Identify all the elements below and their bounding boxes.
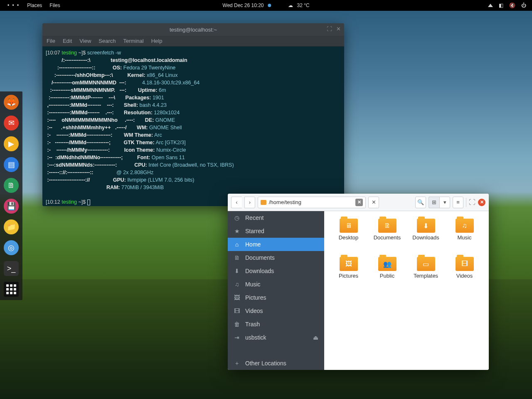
- folder-desktop[interactable]: 🖥Desktop: [330, 219, 367, 254]
- clear-path-icon[interactable]: ✕: [355, 199, 363, 206]
- dock-app-firefox[interactable]: 🦊: [4, 95, 19, 110]
- folder-templates[interactable]: ▭Templates: [407, 257, 444, 292]
- search-button[interactable]: 🔍: [415, 197, 426, 208]
- folder-documents[interactable]: 🗎Documents: [369, 219, 406, 254]
- folder-icon: 👥: [378, 257, 397, 271]
- eject-icon[interactable]: ⏏: [313, 334, 318, 341]
- fm-icon-view[interactable]: 🖥Desktop🗎Documents⬇Downloads♫Music🖼Pictu…: [324, 211, 489, 370]
- dock-app-save[interactable]: 💾: [4, 199, 19, 214]
- path-close-button[interactable]: ✕: [368, 197, 379, 208]
- other locations-icon: +: [234, 360, 240, 367]
- sidebar-item-pictures[interactable]: 🖼Pictures: [228, 291, 324, 304]
- music-icon: ♫: [234, 281, 240, 288]
- sidebar-item-label: Home: [245, 241, 261, 248]
- term-menu-edit[interactable]: Edit: [63, 38, 72, 44]
- sidebar-item-label: Recent: [245, 214, 264, 221]
- home-icon: ⌂: [234, 241, 240, 248]
- term-menu-view[interactable]: View: [79, 38, 91, 44]
- term-menu-help[interactable]: Help: [151, 38, 163, 44]
- dock-app-text-editor[interactable]: ▤: [4, 157, 19, 172]
- sidebar-item-usbstick[interactable]: ⇥usbstick⏏: [228, 331, 324, 344]
- sidebar-item-label: Pictures: [245, 294, 266, 301]
- terminal-titlebar[interactable]: testing@localhost:~ ⛶ ✕: [42, 23, 344, 36]
- eject-icon[interactable]: [488, 4, 493, 7]
- window-title: testing@localhost:~: [170, 27, 217, 33]
- sidebar-item-starred[interactable]: ★Starred: [228, 224, 324, 238]
- folder-label: Downloads: [412, 234, 439, 241]
- dock-app-screenshot[interactable]: ◎: [4, 240, 19, 255]
- close-icon[interactable]: ✕: [336, 26, 341, 32]
- folder-videos[interactable]: 🎞Videos: [446, 257, 483, 292]
- sidebar-item-label: Videos: [245, 308, 263, 314]
- sidebar-item-trash[interactable]: 🗑Trash: [228, 318, 324, 331]
- dock-app-media[interactable]: ▶: [4, 136, 19, 151]
- term-menu-terminal[interactable]: Terminal: [123, 38, 144, 44]
- folder-icon: ▭: [417, 257, 435, 271]
- sidebar-item-label: Trash: [245, 321, 260, 328]
- folder-label: Videos: [456, 273, 473, 279]
- hamburger-menu-button[interactable]: ≡: [453, 197, 463, 208]
- folder-downloads[interactable]: ⬇Downloads: [407, 219, 444, 254]
- sidebar-item-label: Documents: [245, 254, 275, 261]
- sidebar-item-label: usbstick: [245, 334, 266, 341]
- files-menu[interactable]: Files: [49, 2, 60, 8]
- documents-icon: 🗎: [234, 254, 240, 261]
- sidebar-item-home[interactable]: ⌂Home: [228, 238, 324, 251]
- folder-label: Templates: [414, 273, 438, 279]
- clock[interactable]: Wed Dec 26 10:20: [222, 2, 264, 8]
- folder-public[interactable]: 👥Public: [369, 257, 406, 292]
- file-manager-window: ‹ › /home/testing ✕ ✕ 🔍 ⊞ ▾ ≡ ⛶ ✕ ◷Recen…: [228, 194, 489, 370]
- folder-music[interactable]: ♫Music: [446, 219, 483, 254]
- maximize-icon[interactable]: ⛶: [469, 199, 475, 206]
- sidebar-item-label: Downloads: [245, 268, 274, 274]
- view-options-button[interactable]: ▾: [439, 197, 450, 208]
- dock-app-document[interactable]: 🗎: [4, 178, 19, 193]
- sidebar-item-documents[interactable]: 🗎Documents: [228, 251, 324, 264]
- path-text: /home/testing: [269, 199, 353, 205]
- sidebar-item-label: Other Locations: [245, 360, 286, 367]
- term-menu-file[interactable]: File: [47, 38, 55, 44]
- weather-icon: ☁: [288, 2, 293, 8]
- volume-mute-icon[interactable]: 🔇: [509, 2, 515, 8]
- dock-app-terminal[interactable]: >_: [4, 261, 19, 276]
- top-panel: • • • Places Files Wed Dec 26 10:20 ☁ 32…: [0, 0, 532, 11]
- icon-view-button[interactable]: ⊞: [429, 197, 439, 208]
- activities-button[interactable]: • • •: [7, 2, 20, 8]
- dock-app-mail[interactable]: ✉: [4, 116, 19, 131]
- folder-pictures[interactable]: 🖼Pictures: [330, 257, 367, 292]
- sidebar-item-other-locations[interactable]: +Other Locations: [228, 357, 324, 370]
- folder-label: Documents: [374, 234, 401, 241]
- terminal-menubar: FileEditViewSearchTerminalHelp: [42, 36, 344, 47]
- usbstick-icon: ⇥: [234, 334, 240, 341]
- folder-icon: 🖼: [340, 257, 358, 271]
- nav-back-button[interactable]: ‹: [231, 197, 242, 208]
- places-menu[interactable]: Places: [27, 2, 42, 8]
- terminal-window: testing@localhost:~ ⛶ ✕ FileEditViewSear…: [42, 23, 344, 206]
- sidebar-item-music[interactable]: ♫Music: [228, 278, 324, 291]
- sidebar-item-recent[interactable]: ◷Recent: [228, 211, 324, 224]
- display-icon[interactable]: ◧: [499, 2, 503, 8]
- folder-icon: 🎞: [456, 257, 474, 271]
- maximize-icon[interactable]: ⛶: [327, 26, 332, 32]
- sidebar-item-label: Music: [245, 281, 261, 288]
- folder-label: Desktop: [339, 234, 359, 241]
- folder-label: Pictures: [339, 273, 358, 279]
- close-window-button[interactable]: ✕: [478, 199, 485, 206]
- power-icon[interactable]: ⏻: [521, 2, 526, 8]
- path-entry[interactable]: /home/testing ✕: [258, 197, 366, 208]
- folder-label: Public: [380, 273, 394, 279]
- sidebar-item-downloads[interactable]: ⬇Downloads: [228, 264, 324, 278]
- dock-app-folder[interactable]: 📁: [4, 219, 19, 234]
- pictures-icon: 🖼: [234, 294, 240, 301]
- notification-dot-icon: [268, 4, 271, 7]
- sidebar-item-label: Starred: [245, 228, 264, 234]
- terminal-output[interactable]: [10:07 testing ~]$ screenfetch -w /:----…: [42, 47, 344, 206]
- weather-temp[interactable]: 32 °C: [297, 2, 310, 8]
- folder-icon: ♫: [456, 219, 474, 233]
- nav-forward-button[interactable]: ›: [244, 197, 255, 208]
- sidebar-item-videos[interactable]: 🎞Videos: [228, 304, 324, 318]
- downloads-icon: ⬇: [234, 268, 240, 274]
- apps-grid-button[interactable]: [4, 282, 19, 297]
- fm-headerbar: ‹ › /home/testing ✕ ✕ 🔍 ⊞ ▾ ≡ ⛶ ✕: [228, 194, 489, 211]
- term-menu-search[interactable]: Search: [99, 38, 116, 44]
